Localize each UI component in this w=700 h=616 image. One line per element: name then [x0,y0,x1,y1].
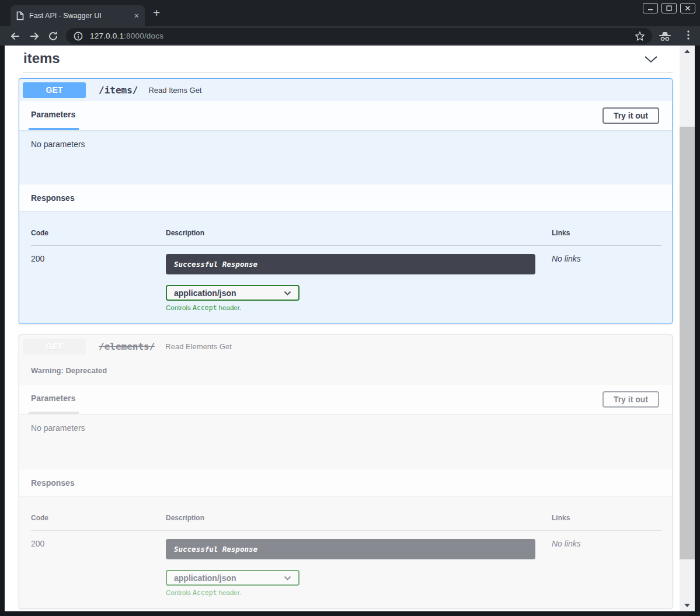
browser-titlebar: Fast API - Swagger UI × + [0,0,700,26]
opblock-summary[interactable]: GET /items/ Read Items Get [19,79,672,101]
responses-header: Responses [19,185,672,211]
tab-title: Fast API - Swagger UI [29,12,131,20]
response-row: 200 Successful Response application/json… [31,254,661,312]
response-links: No links [552,254,661,312]
parameters-header: Parameters Try it out [19,101,672,130]
opblock-summary[interactable]: GET /elements/ Read Elements Get [19,335,672,357]
no-parameters-text: No parameters [19,130,672,185]
scroll-down-icon[interactable] [680,601,695,610]
try-it-out-button[interactable]: Try it out [603,107,659,124]
col-description: Description [166,514,552,522]
select-chevron-icon [284,576,291,580]
tag-section-header[interactable]: items [23,46,673,72]
col-code: Code [31,514,166,522]
swagger-page: items GET /items/ Read Items Get Paramet… [5,46,680,611]
minimize-button[interactable] [643,3,658,13]
parameters-header: Parameters Try it out [19,385,672,414]
select-chevron-icon [284,291,291,295]
responses-body: Code Description Links 200 Successful Re… [19,229,672,323]
opblock-elements-deprecated: GET /elements/ Read Elements Get Warning… [19,335,673,609]
tag-title: items [23,50,60,67]
col-links: Links [552,514,661,522]
url-host: 127.0.0.1 [90,32,124,40]
response-description-cell: Successful Response application/json Con… [166,254,552,312]
response-code: 200 [31,254,166,312]
tab-close-icon[interactable]: × [134,12,139,20]
method-badge: GET [23,82,86,98]
responses-table-head: Code Description Links [31,514,661,531]
incognito-icon [658,31,672,44]
response-description: Successful Response [166,254,535,274]
responses-header: Responses [19,469,672,496]
col-code: Code [31,229,166,237]
scroll-up-icon[interactable] [680,47,695,56]
response-description: Successful Response [166,539,535,559]
back-icon[interactable] [9,30,21,44]
endpoint-path: /elements/ [99,341,155,352]
url-text: 127.0.0.1:8000/docs [90,32,163,40]
scrollbar-thumb[interactable] [680,127,695,559]
reload-icon[interactable] [47,30,59,44]
media-type-select[interactable]: application/json [166,285,299,301]
site-info-icon[interactable] [74,32,83,41]
endpoint-path: /items/ [99,85,138,96]
new-tab-button[interactable]: + [153,5,160,20]
response-description-cell: Successful Response application/json Con… [166,539,552,597]
forward-icon[interactable] [29,30,40,44]
endpoint-summary: Read Elements Get [165,342,231,351]
response-links: No links [552,539,661,597]
response-code: 200 [31,539,166,597]
address-bar[interactable]: 127.0.0.1:8000/docs [66,28,652,44]
collapse-chevron-icon[interactable] [644,55,658,65]
bookmark-star-icon[interactable] [635,31,645,44]
window-controls [643,3,695,13]
browser-tab[interactable]: Fast API - Swagger UI × [11,5,145,26]
col-links: Links [552,229,661,237]
responses-body: Code Description Links 200 Successful Re… [19,514,672,608]
browser-window: Fast API - Swagger UI × + [0,0,700,616]
page-icon [16,11,24,20]
opblock-items: GET /items/ Read Items Get Parameters Tr… [19,78,673,324]
close-button[interactable] [680,3,695,13]
try-it-out-button[interactable]: Try it out [603,391,659,408]
method-badge: GET [23,339,86,354]
response-row: 200 Successful Response application/json… [31,539,661,597]
media-type-select[interactable]: application/json [166,570,299,586]
col-description: Description [166,229,552,237]
deprecated-warning: Warning: Deprecated [19,357,672,385]
responses-table-head: Code Description Links [31,229,661,246]
endpoint-summary: Read Items Get [148,86,201,95]
url-path: :8000/docs [124,32,163,40]
parameters-tab[interactable]: Parameters [29,101,79,130]
no-parameters-text: No parameters [19,414,672,469]
menu-icon[interactable] [687,30,689,42]
browser-toolbar: 127.0.0.1:8000/docs [0,26,700,46]
page-scrollbar[interactable] [680,46,695,611]
maximize-button[interactable] [661,3,677,13]
accept-header-note: Controls Accept header. [166,589,552,597]
accept-header-note: Controls Accept header. [166,304,552,312]
parameters-tab[interactable]: Parameters [29,385,79,414]
